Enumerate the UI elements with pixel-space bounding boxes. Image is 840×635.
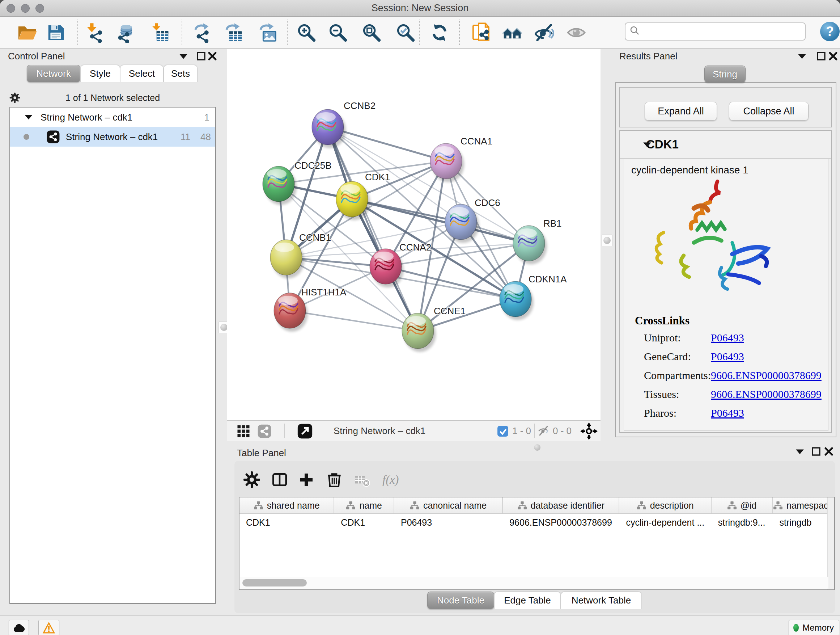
hidden-elements-icon[interactable]	[538, 425, 550, 436]
zoom-fit-icon[interactable]	[361, 21, 382, 44]
table-panel-float-icon[interactable]	[811, 447, 821, 456]
zoom-selected-icon[interactable]	[395, 21, 416, 44]
memory-button[interactable]: Memory	[789, 620, 839, 635]
network-node-CDC6[interactable]: CDC6	[445, 197, 500, 243]
search-box[interactable]	[625, 22, 806, 41]
tab-edge-table[interactable]: Edge Table	[494, 592, 561, 609]
network-canvas[interactable]: CCNB2 CCNA1 CDC25B CDK1 CDC6 R	[227, 49, 600, 420]
network-node-CDKN1A[interactable]: CDKN1A	[500, 274, 567, 320]
control-panel-menu-icon[interactable]	[178, 51, 189, 61]
birdseye-view-icon[interactable]	[235, 424, 252, 439]
crosslink-link[interactable]: P06493	[711, 332, 744, 344]
create-column-icon[interactable]	[296, 470, 317, 490]
column-header-namespace[interactable]: namespace	[773, 497, 834, 513]
collection-expander-icon[interactable]	[25, 114, 33, 120]
network-row-selected[interactable]: String Network – cdk1 11 48	[10, 127, 215, 147]
import-network-from-file-icon[interactable]	[84, 21, 106, 44]
show-all-icon[interactable]	[501, 21, 523, 44]
column-label: @id	[741, 500, 757, 511]
column-header-name[interactable]: name	[334, 497, 394, 513]
network-edge-CDK1-RB1[interactable]	[352, 199, 529, 243]
tab-style[interactable]: Style	[80, 65, 120, 82]
crosslink-link[interactable]: P06493	[711, 350, 744, 363]
entry-expander-icon[interactable]	[642, 140, 653, 149]
open-session-icon[interactable]	[16, 21, 38, 44]
apply-layout-icon[interactable]	[429, 21, 450, 44]
right-splitter-handle[interactable]	[602, 234, 613, 246]
import-network-from-database-icon[interactable]	[115, 21, 137, 44]
network-node-HIST1H1A[interactable]: HIST1H1A	[274, 287, 347, 332]
control-panel-close-icon[interactable]	[207, 51, 218, 61]
protein-structure-image	[638, 177, 798, 311]
crosslink-label: GeneCard:	[644, 350, 691, 363]
tab-node-table[interactable]: Node Table	[427, 592, 494, 609]
zoom-in-icon[interactable]	[295, 21, 317, 44]
table-panel-close-icon[interactable]	[823, 447, 834, 456]
delete-column-icon[interactable]	[324, 470, 344, 490]
collapse-all-button[interactable]: Collapse All	[729, 102, 808, 120]
show-column-selector-icon[interactable]	[270, 470, 290, 490]
zoom-out-icon[interactable]	[327, 21, 349, 44]
table-options-gear-icon[interactable]	[242, 470, 262, 490]
function-builder-icon: f(x)	[381, 470, 401, 490]
results-panel-menu-icon[interactable]	[797, 51, 807, 61]
table-cell: CDK1	[240, 514, 334, 531]
crosslink-label: Tissues:	[644, 388, 679, 401]
tab-network-table[interactable]: Network Table	[561, 592, 642, 609]
import-table-from-file-icon[interactable]	[149, 21, 171, 44]
network-node-CCNE1[interactable]: CCNE1	[402, 306, 466, 352]
selected-node-edge-count: 1 - 0	[512, 421, 531, 441]
export-table-icon[interactable]	[223, 21, 244, 44]
current-network-name: String Network – cdk1	[333, 421, 425, 441]
crosslink-row: GeneCard:P06493	[644, 348, 825, 366]
pan-mode-icon[interactable]	[580, 423, 598, 440]
crosslink-link[interactable]: 9606.ENSP00000378699	[711, 388, 821, 401]
bottom-splitter-handle[interactable]	[531, 443, 543, 452]
tab-sets[interactable]: Sets	[164, 65, 197, 82]
results-panel-close-icon[interactable]	[828, 51, 838, 61]
column-header-description[interactable]: description	[619, 497, 711, 513]
delete-table-icon	[352, 470, 372, 490]
column-header-id[interactable]: @id	[712, 497, 773, 513]
crosslink-link[interactable]: P06493	[711, 407, 744, 419]
crosslink-link[interactable]: 9606.ENSP00000378699	[711, 369, 821, 382]
first-neighbors-icon[interactable]	[470, 21, 492, 44]
table-row[interactable]: CDK1CDK1P064939606.ENSP00000378699cyclin…	[240, 514, 834, 531]
string-app-icon[interactable]	[256, 424, 273, 439]
selected-checkbox-icon[interactable]	[497, 425, 508, 437]
detach-view-icon[interactable]	[297, 423, 313, 439]
results-panel-float-icon[interactable]	[816, 51, 827, 61]
show-hidden-icon[interactable]	[565, 21, 587, 44]
export-network-icon[interactable]	[191, 21, 213, 44]
table-horizontal-scrollbar[interactable]	[240, 577, 829, 589]
tab-string[interactable]: String	[704, 65, 745, 82]
tab-network[interactable]: Network	[27, 65, 80, 82]
column-header-sharedname[interactable]: shared name	[240, 497, 334, 513]
column-label: shared name	[267, 500, 320, 511]
collection-label: String Network – cdk1	[41, 112, 133, 123]
network-options-gear-icon[interactable]	[9, 93, 20, 103]
control-panel-float-icon[interactable]	[196, 51, 207, 61]
hide-selected-icon[interactable]	[533, 21, 555, 44]
network-edge-CCNB2-CCNE1[interactable]	[328, 127, 418, 331]
network-collection-row[interactable]: String Network – cdk1 1	[10, 108, 215, 127]
tab-select[interactable]: Select	[120, 65, 164, 82]
warnings-button[interactable]	[38, 620, 59, 635]
crosslink-row: Uniprot:P06493	[644, 329, 825, 348]
table-vertical-scrollbar[interactable]	[827, 497, 834, 589]
cloud-status-button[interactable]	[9, 620, 29, 635]
save-session-icon[interactable]	[45, 21, 66, 44]
expand-all-button[interactable]: Expand All	[645, 102, 717, 120]
column-header-canonicalname[interactable]: canonical name	[394, 497, 503, 513]
help-button[interactable]: ?	[820, 22, 840, 41]
export-image-icon[interactable]	[256, 21, 278, 44]
node-label-CCNE1: CCNE1	[434, 306, 466, 317]
network-node-RB1[interactable]: RB1	[513, 218, 562, 264]
network-node-CCNA1[interactable]: CCNA1	[430, 136, 493, 182]
table-panel-menu-icon[interactable]	[794, 447, 805, 456]
column-header-databaseidentifier[interactable]: database identifier	[503, 497, 619, 513]
protein-entry-header[interactable]: CDK1	[620, 131, 831, 158]
search-input[interactable]	[644, 26, 801, 37]
network-label: String Network – cdk1	[66, 131, 158, 143]
scrollbar-thumb[interactable]	[242, 579, 307, 586]
